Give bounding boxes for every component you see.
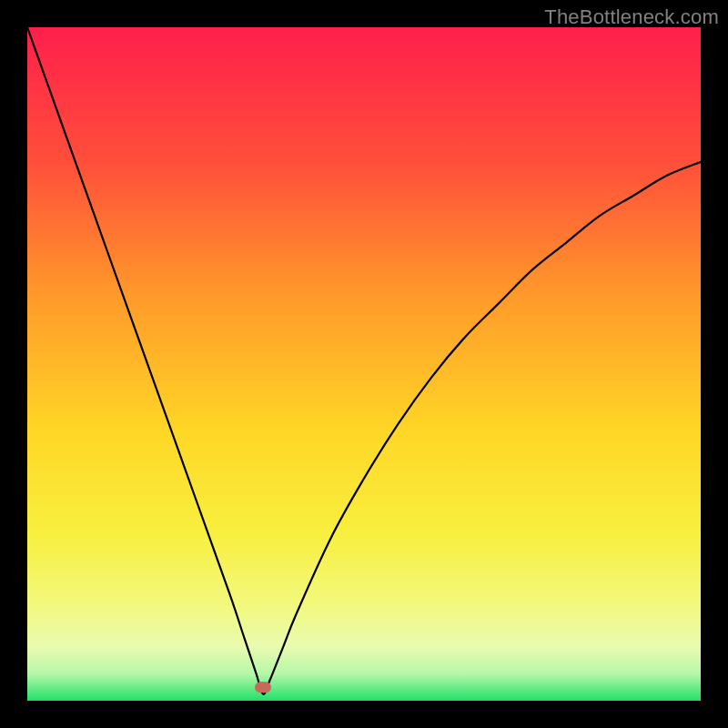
watermark-text: TheBottleneck.com bbox=[544, 5, 719, 29]
chart-frame: TheBottleneck.com bbox=[0, 0, 728, 728]
plot-svg bbox=[27, 27, 701, 701]
optimal-marker bbox=[255, 682, 271, 693]
plot-area bbox=[27, 27, 701, 701]
gradient-background bbox=[27, 27, 701, 701]
